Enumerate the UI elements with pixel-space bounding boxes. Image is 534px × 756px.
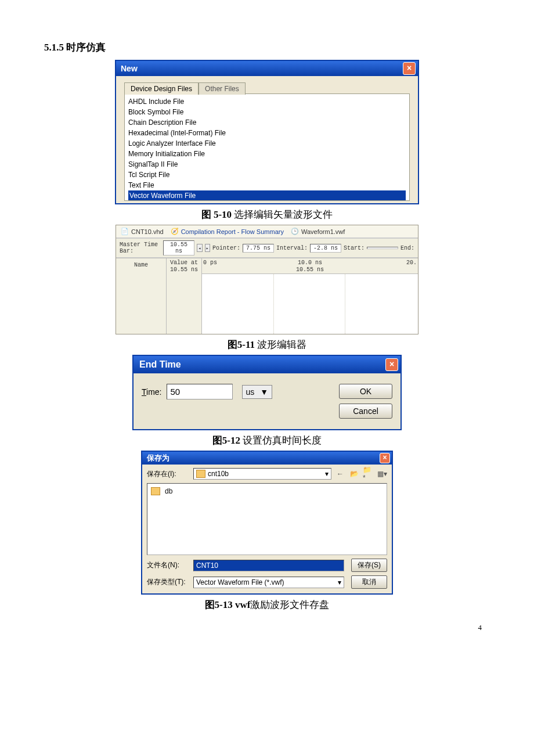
time-label: Time: bbox=[142, 387, 162, 397]
scale-cursor-label: 10.55 ns bbox=[296, 267, 324, 273]
time-unit-select[interactable]: us ▼ bbox=[242, 385, 273, 399]
list-item[interactable]: Memory Initialization File bbox=[128, 149, 406, 159]
end-time-dialog: End Time × Time: 50 us ▼ OK Cancel bbox=[132, 355, 402, 430]
ok-button[interactable]: OK bbox=[339, 384, 392, 399]
tab-other-files[interactable]: Other Files bbox=[199, 82, 246, 95]
views-icon[interactable]: ▦▾ bbox=[377, 469, 387, 479]
time-input[interactable]: 50 bbox=[167, 384, 233, 399]
chevron-down-icon: ▾ bbox=[325, 470, 329, 478]
list-item[interactable]: SignalTap II File bbox=[128, 159, 406, 170]
titlebar: 保存为 × bbox=[142, 452, 392, 465]
report-icon: 🧭 bbox=[171, 228, 179, 235]
section-heading: 5.1.5 时序仿真 bbox=[44, 41, 493, 54]
chevron-down-icon: ▾ bbox=[338, 578, 341, 586]
file-list[interactable]: db bbox=[147, 483, 387, 555]
tab-strip: Device Design Files Other Files bbox=[124, 82, 410, 94]
figure-caption: 图5-13 vwf激励波形文件存盘 bbox=[41, 598, 493, 611]
page-number: 4 bbox=[478, 623, 482, 632]
scale-label: 20. bbox=[406, 260, 417, 266]
folder-item[interactable]: db bbox=[151, 487, 172, 495]
next-bar-button[interactable]: ▸ bbox=[205, 244, 210, 252]
up-folder-icon[interactable]: 📂 bbox=[349, 469, 359, 479]
chevron-down-icon: ▼ bbox=[260, 387, 268, 397]
cancel-button[interactable]: 取消 bbox=[351, 575, 387, 589]
filename-input[interactable]: CNT10 bbox=[193, 560, 344, 571]
new-file-dialog: New × Device Design Files Other Files AH… bbox=[115, 60, 419, 204]
save-button[interactable]: 保存(S) bbox=[351, 559, 387, 572]
titlebar: New × bbox=[116, 61, 418, 76]
figure-caption: 图5-11 波形编辑器 bbox=[41, 338, 493, 351]
list-item[interactable]: Logic Analyzer Interface File bbox=[128, 138, 406, 149]
interval-value: -2.8 ns bbox=[310, 244, 341, 253]
filetype-label: 保存类型(T): bbox=[147, 577, 190, 587]
master-time-bar-label: Master Time Bar: bbox=[120, 242, 161, 254]
dialog-title: End Time bbox=[139, 359, 181, 370]
start-value[interactable] bbox=[367, 247, 398, 249]
titlebar: End Time × bbox=[134, 356, 400, 373]
list-item[interactable]: Block Symbol File bbox=[128, 107, 406, 117]
figure-caption: 图5-12 设置仿真时间长度 bbox=[41, 434, 493, 447]
list-item[interactable]: Chain Description File bbox=[128, 117, 406, 128]
list-item[interactable]: AHDL Include File bbox=[128, 96, 406, 107]
list-item[interactable]: Text File bbox=[128, 180, 406, 190]
interval-label: Interval: bbox=[276, 245, 308, 251]
save-in-label: 保存在(I): bbox=[147, 469, 190, 479]
cancel-button[interactable]: Cancel bbox=[339, 404, 392, 419]
new-folder-icon[interactable]: 📁* bbox=[363, 469, 373, 479]
dialog-title: New bbox=[121, 64, 138, 73]
wave-icon: 🕒 bbox=[291, 228, 299, 235]
save-as-dialog: 保存为 × 保存在(I): cnt10b ▾ ← 📂 📁* ▦▾ db bbox=[141, 451, 393, 595]
back-icon[interactable]: ← bbox=[335, 469, 345, 479]
pointer-label: Pointer: bbox=[212, 245, 240, 251]
scale-label: 10.0 ns bbox=[298, 260, 322, 266]
scale-label: 0 ps bbox=[203, 260, 217, 266]
end-label: End: bbox=[400, 245, 414, 251]
close-icon[interactable]: × bbox=[380, 453, 390, 463]
tab-waveform-file[interactable]: 🕒 Waveform1.vwf bbox=[291, 228, 345, 235]
column-header-value: Value at 10.55 ns bbox=[167, 258, 202, 334]
list-item[interactable]: Hexadecimal (Intel-Format) File bbox=[128, 128, 406, 138]
tab-compilation-report[interactable]: 🧭 Compilation Report - Flow Summary bbox=[171, 228, 284, 235]
prev-bar-button[interactable]: ◂ bbox=[197, 244, 202, 252]
folder-icon bbox=[151, 487, 160, 495]
filename-label: 文件名(N): bbox=[147, 560, 190, 570]
waveform-editor: 📄 CNT10.vhd 🧭 Compilation Report - Flow … bbox=[116, 225, 418, 334]
close-icon[interactable]: × bbox=[385, 358, 398, 371]
list-item[interactable]: Tcl Script File bbox=[128, 170, 406, 180]
close-icon[interactable]: × bbox=[403, 62, 416, 75]
list-item-selected[interactable]: Vector Waveform File bbox=[128, 190, 406, 201]
tab-vhd-file[interactable]: 📄 CNT10.vhd bbox=[121, 228, 164, 235]
pointer-value: 7.75 ns bbox=[243, 244, 274, 253]
tab-device-design-files[interactable]: Device Design Files bbox=[124, 82, 199, 95]
figure-caption: 图 5-10 选择编辑矢量波形文件 bbox=[41, 208, 493, 221]
file-type-list[interactable]: AHDL Include File Block Symbol File Chai… bbox=[124, 93, 410, 201]
dialog-title: 保存为 bbox=[147, 453, 169, 463]
start-label: Start: bbox=[344, 245, 365, 251]
doc-icon: 📄 bbox=[121, 228, 129, 235]
folder-icon bbox=[196, 470, 205, 478]
waveform-canvas[interactable]: 0 ps 10.0 ns 10.55 ns 20. bbox=[202, 258, 418, 334]
column-header-name: Name bbox=[116, 258, 167, 334]
save-in-combo[interactable]: cnt10b ▾ bbox=[193, 468, 331, 480]
master-time-bar-value[interactable]: 10.55 ns bbox=[163, 240, 194, 255]
filetype-combo[interactable]: Vector Waveform File (*.vwf) ▾ bbox=[193, 577, 344, 588]
